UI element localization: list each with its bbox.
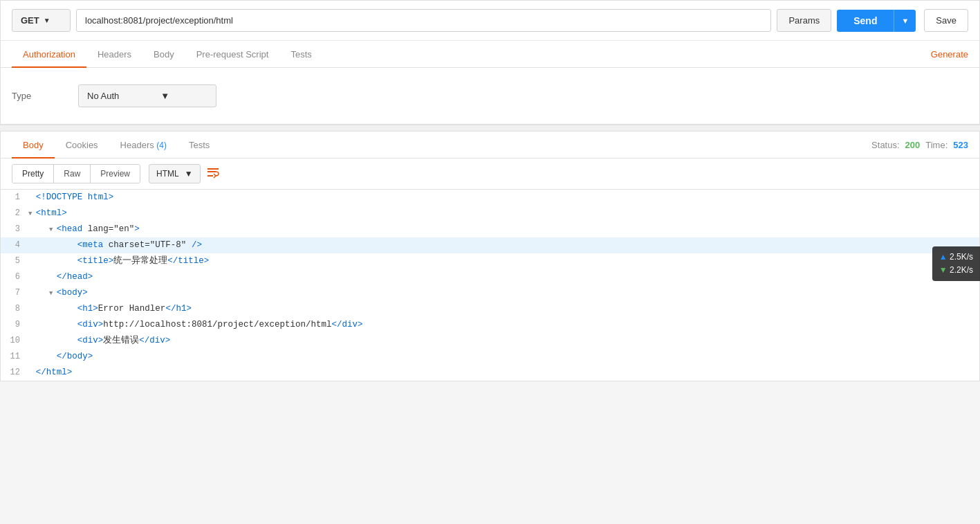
- line-content-3: ▼ <head lang="en">: [28, 222, 979, 237]
- code-line-10: 10 <div>发生错误</div>: [1, 333, 979, 349]
- line-number-6: 6: [1, 269, 28, 284]
- code-line-1: 1 <!DOCTYPE html>: [1, 190, 979, 206]
- code-line-3: 3 ▼ <head lang="en">: [1, 222, 979, 237]
- code-line-8: 8 <h1>Error Handler</h1>: [1, 301, 979, 317]
- method-chevron-icon: ▼: [44, 17, 50, 24]
- line-number-9: 9: [1, 317, 28, 332]
- line-number-7: 7: [1, 285, 28, 300]
- network-overlay: ▲ 2.5K/s ▼ 2.2K/s: [932, 246, 980, 281]
- generate-link[interactable]: Generate: [931, 49, 968, 60]
- method-select[interactable]: GET ▼: [12, 9, 71, 32]
- url-input[interactable]: [76, 9, 771, 32]
- code-line-5: 5 <title>统一异常处理</title>: [1, 253, 979, 269]
- code-line-12: 12 </html>: [1, 365, 979, 381]
- code-line-7: 7 ▼ <body>: [1, 285, 979, 301]
- network-down: ▼ 2.2K/s: [939, 264, 973, 277]
- line-content-1: <!DOCTYPE html>: [28, 190, 979, 206]
- type-label: Type: [12, 91, 67, 101]
- line-content-4: <meta charset="UTF-8" />: [28, 237, 979, 253]
- tab-prerequest[interactable]: Pre-request Script: [185, 41, 280, 68]
- line-number-5: 5: [1, 253, 28, 269]
- response-tab-tests[interactable]: Tests: [178, 132, 221, 159]
- response-tab-body[interactable]: Body: [12, 132, 55, 159]
- tab-body[interactable]: Body: [142, 41, 185, 68]
- down-value: 2.2K/s: [950, 265, 973, 275]
- auth-section: Type No Auth ▼: [1, 68, 979, 125]
- line-content-2: ▼ <html>: [28, 206, 979, 222]
- response-tabs-bar: Body Cookies Headers (4) Tests Status: 2…: [1, 132, 979, 159]
- up-value: 2.5K/s: [950, 252, 973, 262]
- line-content-8: <h1>Error Handler</h1>: [28, 301, 979, 317]
- line-content-6: </head>: [28, 269, 979, 285]
- up-arrow-icon: ▲: [939, 252, 950, 262]
- line-number-3: 3: [1, 222, 28, 237]
- send-button[interactable]: Send: [837, 10, 894, 32]
- line-number-12: 12: [1, 365, 28, 380]
- format-select[interactable]: HTML ▼: [149, 164, 201, 183]
- format-value: HTML: [156, 169, 179, 179]
- time-value: 523: [953, 140, 968, 150]
- auth-type-chevron-icon: ▼: [160, 91, 169, 101]
- line-number-2: 2: [1, 206, 28, 221]
- line-number-10: 10: [1, 333, 28, 348]
- type-row: Type No Auth ▼: [12, 84, 968, 107]
- send-dropdown-button[interactable]: ▼: [894, 10, 916, 32]
- request-section: GET ▼ Params Send ▼ Save Authorization H…: [0, 0, 980, 125]
- line-number-8: 8: [1, 301, 28, 316]
- code-line-4: 4 <meta charset="UTF-8" />: [1, 237, 979, 253]
- code-line-11: 11 </body>: [1, 349, 979, 365]
- line-content-10: <div>发生错误</div>: [28, 333, 979, 349]
- line-content-11: </body>: [28, 349, 979, 365]
- line-number-1: 1: [1, 190, 28, 205]
- response-meta: Status: 200 Time: 523: [871, 140, 968, 150]
- auth-type-select[interactable]: No Auth ▼: [78, 84, 216, 107]
- line-number-11: 11: [1, 349, 28, 364]
- view-btn-preview[interactable]: Preview: [91, 165, 140, 183]
- save-button[interactable]: Save: [924, 9, 968, 32]
- url-bar: GET ▼ Params Send ▼ Save: [1, 1, 979, 41]
- status-label: Status:: [871, 140, 899, 150]
- down-arrow-icon: ▼: [939, 265, 950, 275]
- headers-badge: (4): [156, 141, 167, 150]
- tab-headers[interactable]: Headers: [86, 41, 142, 68]
- auth-type-value: No Auth: [87, 91, 119, 101]
- time-label: Time:: [925, 140, 947, 150]
- code-line-2: 2▼ <html>: [1, 206, 979, 222]
- line-content-5: <title>统一异常处理</title>: [28, 253, 979, 269]
- line-content-9: <div>http://localhost:8081/project/excep…: [28, 317, 979, 333]
- view-btn-pretty[interactable]: Pretty: [12, 165, 54, 183]
- response-section: Body Cookies Headers (4) Tests Status: 2…: [0, 131, 980, 381]
- view-btn-raw[interactable]: Raw: [54, 165, 91, 183]
- tab-tests[interactable]: Tests: [279, 41, 322, 68]
- line-number-4: 4: [1, 237, 28, 253]
- format-bar: Pretty Raw Preview HTML ▼: [1, 159, 979, 190]
- send-group: Send ▼: [837, 10, 916, 32]
- status-value: 200: [905, 140, 921, 150]
- network-up: ▲ 2.5K/s: [939, 251, 973, 264]
- line-content-7: ▼ <body>: [28, 285, 979, 301]
- response-tab-cookies[interactable]: Cookies: [55, 132, 109, 159]
- tab-authorization[interactable]: Authorization: [12, 41, 86, 68]
- params-button[interactable]: Params: [777, 9, 831, 32]
- code-line-9: 9 <div>http://localhost:8081/project/exc…: [1, 317, 979, 333]
- line-content-12: </html>: [28, 365, 979, 381]
- response-tab-headers[interactable]: Headers (4): [109, 132, 178, 159]
- word-wrap-icon[interactable]: [206, 165, 220, 183]
- code-line-6: 6 </head>: [1, 269, 979, 285]
- format-chevron-icon: ▼: [185, 169, 193, 179]
- section-divider: [0, 125, 980, 131]
- request-tabs-bar: Authorization Headers Body Pre-request S…: [1, 41, 979, 68]
- method-label: GET: [21, 15, 39, 26]
- view-btn-group: Pretty Raw Preview: [12, 164, 140, 183]
- code-area: 1 <!DOCTYPE html>2▼ <html>3 ▼ <head lang…: [1, 190, 979, 381]
